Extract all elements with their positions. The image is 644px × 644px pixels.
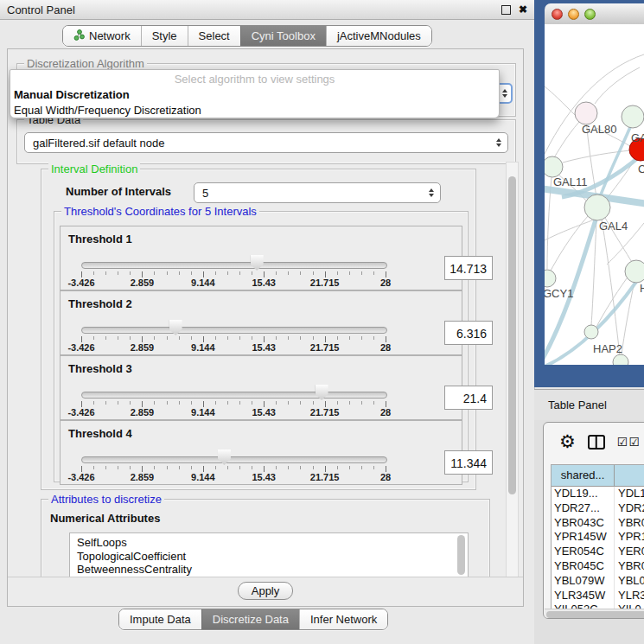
tick-mark [142, 466, 143, 472]
threshold-value-field[interactable]: 11.344 [444, 450, 493, 475]
threshold-value-field[interactable]: 14.713 [444, 256, 493, 280]
node-hap2 [584, 325, 598, 339]
cell-shared-name: YER054C [552, 545, 615, 559]
tab-cyni-toolbox[interactable]: Cyni Toolbox [240, 26, 326, 46]
table-row[interactable]: YDL19...YDL1... [552, 487, 644, 501]
threshold-label: Threshold 3 [68, 362, 132, 375]
tab-network[interactable]: Network [63, 26, 141, 46]
table-header-row: shared... na [552, 465, 644, 487]
slider-track[interactable] [81, 456, 387, 463]
table-row[interactable]: YER054CYER0... [552, 545, 644, 559]
edge [545, 54, 644, 154]
threshold-value-field[interactable]: 6.316 [444, 321, 493, 345]
network-canvas[interactable]: GAL80GALCGAL11GAL4GCY1HHAP2 [545, 24, 644, 365]
tick-mark [130, 336, 131, 340]
node-label-h: H [640, 282, 644, 295]
threshold-value-field[interactable]: 21.4 [444, 386, 493, 410]
zoom-traffic-light-icon[interactable] [584, 9, 596, 20]
node-label-gal11: GAL11 [553, 175, 588, 188]
tick-label: 2.859 [131, 407, 155, 418]
tab-label: Cyni Toolbox [252, 29, 316, 42]
threshold-panel-4: Threshold 4-3.4262.8599.14415.4321.71528… [60, 420, 462, 485]
tick-mark [154, 336, 155, 340]
attribute-item-selfloops[interactable]: SelfLoops [70, 533, 468, 550]
float-window-icon[interactable] [501, 5, 511, 15]
column-header-name[interactable]: na [615, 465, 644, 486]
control-panel-window: Control Panel ✖ NetworkStyleSelectCyni T… [0, 0, 535, 644]
control-panel-titlebar: Control Panel ✖ [0, 0, 534, 20]
cell-shared-name: YBR043C [552, 516, 615, 531]
table-row[interactable]: YBR043CYBR0... [552, 516, 644, 531]
gear-icon[interactable]: ⚙ [559, 433, 576, 450]
column-header-shared-name[interactable]: shared... [552, 465, 615, 486]
select-columns-icon[interactable]: ☑☑ [617, 435, 641, 449]
close-traffic-light-icon[interactable] [552, 9, 563, 20]
table-panel-toolbar: ⚙ ☑☑ [544, 423, 644, 461]
table-horizontal-scrollbar[interactable] [545, 609, 644, 619]
cell-shared-name: YDR27... [552, 501, 615, 516]
combo-arrows-icon [429, 188, 434, 197]
minimize-traffic-light-icon[interactable] [568, 9, 579, 20]
panel-scrollbar-thumb[interactable] [508, 176, 516, 494]
list-scrollbar[interactable] [457, 535, 465, 575]
tick-mark [130, 466, 131, 469]
table-horizontal-scrollbar-thumb[interactable] [546, 611, 644, 618]
tick-mark [288, 401, 289, 405]
tick-mark [386, 271, 386, 277]
tab-discretize-data[interactable]: Discretize Data [201, 609, 299, 629]
tick-label: 15.43 [252, 407, 276, 418]
slider-track[interactable] [81, 262, 387, 269]
number-of-intervals-combobox[interactable]: 5 [194, 182, 441, 203]
node-attribute-table: shared... na YDL19...YDL1...YDR27...YDR2… [551, 464, 644, 618]
table-data-combobox[interactable]: galFiltered.sif default node [24, 132, 508, 153]
tick-mark [276, 401, 277, 405]
interval-definition-group: Interval Definition Number of Intervals … [41, 169, 476, 490]
numerical-attributes-list[interactable]: SelfLoopsTopologicalCoefficientBetweenne… [69, 532, 469, 577]
tick-mark [288, 336, 289, 340]
table-row[interactable]: YBR045CYBR0... [552, 559, 644, 574]
panel-scrollbar[interactable] [506, 162, 519, 604]
discretization-algorithm-group-title: Discretization Algorithm [24, 57, 147, 70]
tick-mark [349, 401, 350, 405]
tab-style[interactable]: Style [141, 26, 188, 46]
tick-mark [325, 466, 326, 472]
node-gcy1 [545, 270, 556, 287]
tick-mark [215, 401, 216, 405]
cell-shared-name: YLR345W [552, 589, 615, 603]
tick-mark [118, 466, 118, 469]
cell-name: YBR0... [615, 516, 644, 531]
node-gal80 [575, 102, 597, 124]
tick-mark [361, 466, 362, 469]
tick-mark [203, 401, 204, 407]
tick-mark [203, 271, 204, 277]
tick-mark [154, 466, 155, 469]
tab-impute-data[interactable]: Impute Data [119, 609, 201, 629]
table-row[interactable]: YBL079WYBL0... [552, 574, 644, 589]
tick-mark [239, 466, 240, 469]
tick-mark [191, 401, 192, 405]
table-row[interactable]: YLR345WYLR3... [552, 589, 644, 603]
tab-jactivemnodules[interactable]: jActiveMNodules [326, 26, 431, 46]
combo-arrows-icon [496, 138, 501, 147]
apply-button[interactable]: Apply [238, 582, 294, 600]
slider-track[interactable] [81, 327, 387, 334]
table-row[interactable]: YDR27...YDR2... [552, 501, 644, 516]
tab-infer-network[interactable]: Infer Network [299, 609, 387, 629]
algorithm-option-equal-width[interactable]: Equal Width/Frequency Discretization [10, 103, 499, 118]
attribute-item-betweennesscentrality[interactable]: BetweennessCentrality [70, 563, 468, 577]
split-panel-icon[interactable] [588, 435, 605, 450]
tick-mark [179, 336, 180, 340]
tab-select[interactable]: Select [188, 26, 240, 46]
threshold-panel-2: Threshold 2-3.4262.8599.14415.4321.71528… [60, 290, 462, 355]
attribute-item-topologicalcoefficient[interactable]: TopologicalCoefficient [70, 550, 468, 564]
table-row[interactable]: YPR145WYPR1... [552, 530, 644, 545]
top-tab-strip: NetworkStyleSelectCyni ToolboxjActiveMNo… [62, 25, 432, 47]
tab-label: Style [152, 29, 177, 42]
slider-track[interactable] [81, 392, 387, 399]
tick-mark [337, 401, 338, 405]
tick-mark [154, 271, 155, 275]
algorithm-option-manual[interactable]: Manual Discretization [10, 87, 499, 103]
threshold-label: Threshold 1 [68, 233, 132, 245]
close-icon[interactable]: ✖ [519, 5, 527, 14]
tick-mark [288, 271, 289, 275]
